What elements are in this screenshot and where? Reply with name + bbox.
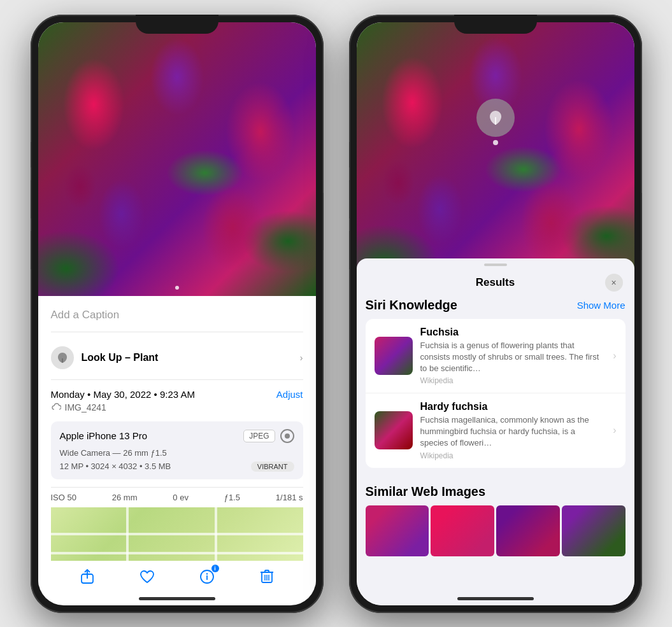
right-phone: Results × Siri Knowledge Show More [349,15,642,613]
fuchsia-thumbnail [375,337,413,375]
flower-overlay-left [38,22,316,296]
similar-images-title: Similar Web Images [366,484,626,499]
aperture-value: ƒ1.5 [224,493,240,502]
similar-image-2[interactable] [431,505,494,556]
camera-spec: Wide Camera — 26 mm ƒ1.5 [60,448,294,458]
side-btn-vol-down [31,231,31,269]
iso-value: ISO 50 [51,493,76,502]
similar-images-grid [366,505,626,556]
similar-image-1[interactable] [366,505,429,556]
share-button[interactable] [78,567,97,586]
results-sheet: Results × Siri Knowledge Show More [357,258,634,605]
heart-icon [139,570,155,584]
trash-icon [260,569,274,584]
shutter-value: 1/181 s [276,493,303,502]
left-phone: Add a Caption Look Up – Plant › [31,15,324,613]
ev-value: 0 ev [173,493,189,502]
lookup-text: Look Up – Plant [82,352,159,363]
flower-overlay-right [357,22,634,290]
hardy-fuchsia-name: Hardy fuchsia [420,401,606,412]
heart-button[interactable] [138,567,157,586]
siri-knowledge-section: Siri Knowledge Show More Fuchsia Fuchsia… [357,298,634,476]
left-phone-screen: Add a Caption Look Up – Plant › [38,22,316,605]
device-badges: JPEG [243,429,294,443]
caption-field[interactable]: Add a Caption [51,306,303,332]
right-phone-screen: Results × Siri Knowledge Show More [357,22,634,605]
similar-image-3[interactable] [496,505,560,556]
focal-value: 26 mm [112,493,138,502]
fuchsia-chevron-icon: › [613,350,616,362]
adjust-button[interactable]: Adjust [276,389,303,400]
date-text: Monday • May 30, 2022 • 9:23 AM [51,389,195,400]
hardy-fuchsia-source: Wikipedia [420,451,606,460]
right-side-btn-vol-down [349,231,350,269]
leaf-lookup-icon [486,108,505,127]
device-name: Apple iPhone 13 Pro [60,430,148,441]
side-btn-vol-up [31,180,31,218]
side-btn-power [323,193,324,250]
filename-row: IMG_4241 [51,402,303,412]
vibrant-badge: VIBRANT [251,461,294,472]
knowledge-card: Fuchsia Fuchsia is a genus of flowering … [366,319,626,468]
results-title: Results [386,276,605,289]
knowledge-item-fuchsia[interactable]: Fuchsia Fuchsia is a genus of flowering … [366,319,626,394]
svg-rect-8 [265,570,269,572]
right-side-btn-power [641,193,642,250]
fuchsia-description: Fuchsia is a genus of flowering plants t… [420,340,606,375]
phone-notch-left [136,15,218,34]
phones-container: Add a Caption Look Up – Plant › [18,2,655,626]
svg-point-5 [206,573,207,574]
lookup-chevron-icon: › [300,353,303,363]
device-header: Apple iPhone 13 Pro JPEG [60,429,294,443]
photo-display-left[interactable] [38,22,316,296]
right-side-btn-vol-up [349,180,350,218]
hardy-fuchsia-thumbnail [375,411,413,449]
home-indicator-left [139,597,215,600]
hardy-fuchsia-info: Hardy fuchsia Fuchsia magellanica, commo… [420,401,606,460]
device-section: Apple iPhone 13 Pro JPEG Wide Camera — 2… [51,421,303,479]
photo-dot-indicator [175,286,179,290]
filename-text: IMG_4241 [65,402,106,412]
knowledge-item-hardy-fuchsia[interactable]: Hardy fuchsia Fuchsia magellanica, commo… [366,393,626,468]
photo-display-right[interactable] [357,22,634,290]
close-button[interactable]: × [605,274,623,292]
jpeg-badge: JPEG [243,430,275,442]
camera-icon [280,429,294,443]
photo-info-area: Add a Caption Look Up – Plant › [38,296,316,581]
leaf-dot-indicator [493,140,498,145]
exif-row: ISO 50 26 mm 0 ev ƒ1.5 1/181 s [51,487,303,507]
phone-notch-right [454,15,537,34]
fuchsia-name: Fuchsia [420,327,606,338]
cloud-icon [51,403,61,412]
visual-lookup-badge [476,99,515,137]
similar-image-4[interactable] [562,505,626,556]
siri-header: Siri Knowledge Show More [366,298,626,313]
info-button[interactable]: i [197,567,217,586]
fuchsia-info: Fuchsia Fuchsia is a genus of flowering … [420,327,606,386]
lookup-row[interactable]: Look Up – Plant › [51,341,303,380]
similar-web-images-section: Similar Web Images [357,476,634,556]
info-badge: i [211,565,219,572]
dimensions-text: 12 MP • 3024 × 4032 • 3.5 MB [60,461,171,471]
side-btn-mute [31,142,31,167]
specs-row: 12 MP • 3024 × 4032 • 3.5 MB VIBRANT [60,461,294,472]
share-icon [80,569,94,584]
bottom-toolbar: i [38,561,316,586]
results-header: Results × [357,266,634,298]
show-more-button[interactable]: Show More [577,300,626,311]
right-side-btn-mute [349,142,350,167]
home-indicator-right [457,597,534,600]
leaf-icon [56,351,69,364]
siri-knowledge-title: Siri Knowledge [366,298,457,313]
lookup-icon-circle [51,346,74,369]
hardy-fuchsia-description: Fuchsia magellanica, commonly known as t… [420,414,606,449]
fuchsia-source: Wikipedia [420,376,606,385]
date-row: Monday • May 30, 2022 • 9:23 AM Adjust [51,389,303,400]
delete-button[interactable] [257,567,276,586]
hardy-fuchsia-chevron-icon: › [613,425,616,436]
